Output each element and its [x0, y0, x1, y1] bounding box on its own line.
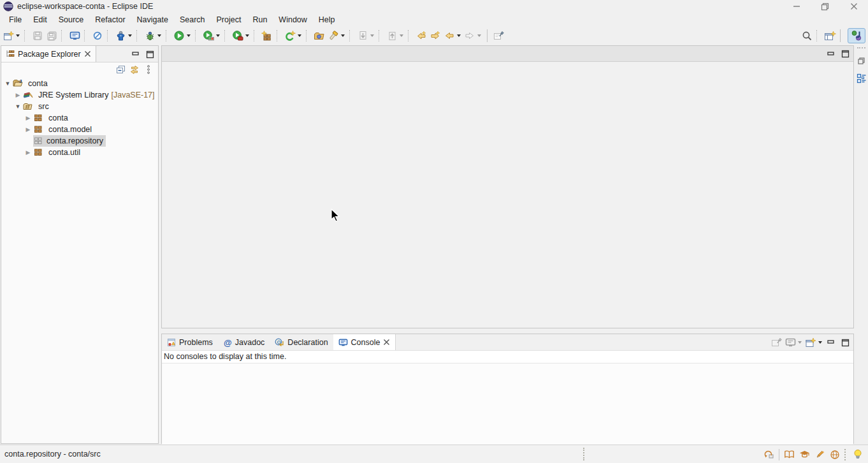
- display-selected-console-button[interactable]: [783, 335, 797, 349]
- view-menu-button[interactable]: [141, 62, 156, 77]
- open-perspective-button[interactable]: [823, 28, 837, 43]
- collapsed-twisty-icon[interactable]: ▶: [23, 115, 33, 121]
- link-with-editor-button[interactable]: [127, 62, 141, 77]
- previous-annotation-dropdown[interactable]: [400, 34, 403, 37]
- coverage-dropdown[interactable]: [216, 34, 220, 37]
- new-java-project-icon: [261, 31, 273, 41]
- tab-javadoc[interactable]: @ Javadoc: [218, 334, 270, 350]
- skip-breakpoints-button[interactable]: [90, 28, 105, 43]
- collapse-all-button[interactable]: [113, 62, 127, 77]
- save-button[interactable]: [31, 28, 45, 43]
- back-dropdown[interactable]: [457, 34, 461, 37]
- view-maximize-button[interactable]: [143, 47, 157, 61]
- console-minimize-button[interactable]: [824, 335, 838, 349]
- open-console-button-panel[interactable]: [804, 335, 818, 349]
- java-perspective-icon: [851, 30, 862, 41]
- tab-declaration[interactable]: Q Declaration: [270, 334, 333, 350]
- pin-console-button[interactable]: [769, 335, 783, 349]
- display-console-icon: [785, 337, 796, 348]
- new-java-project-button[interactable]: [260, 28, 274, 43]
- strip-grip[interactable]: [857, 47, 865, 51]
- menu-edit[interactable]: Edit: [27, 13, 53, 26]
- docs-book-button[interactable]: [781, 447, 797, 462]
- svg-text:@: @: [224, 338, 232, 347]
- run-button[interactable]: [172, 28, 186, 43]
- collapsed-twisty-icon[interactable]: ▶: [23, 149, 33, 156]
- tree-item-src[interactable]: ▼ src: [1, 101, 158, 112]
- last-edit-location-button[interactable]: [414, 28, 428, 43]
- external-tools-dropdown[interactable]: [245, 34, 249, 37]
- run-dropdown[interactable]: [187, 34, 191, 37]
- status-grip[interactable]: [583, 448, 584, 460]
- tree-item-conta-repository[interactable]: conta.repository: [1, 135, 158, 147]
- menu-source[interactable]: Source: [53, 13, 90, 26]
- new-wizard-dropdown[interactable]: [16, 34, 20, 37]
- window-minimize-button[interactable]: [782, 0, 811, 13]
- community-globe-button[interactable]: [827, 447, 843, 462]
- tree-item-conta-package[interactable]: ▶ conta: [1, 112, 158, 124]
- search-dropdown[interactable]: [341, 34, 345, 37]
- previous-annotation-button[interactable]: [385, 28, 399, 43]
- back-button[interactable]: [442, 28, 456, 43]
- pin-editor-button[interactable]: [491, 28, 505, 43]
- menu-refactor[interactable]: Refactor: [89, 13, 131, 26]
- open-console-button[interactable]: [68, 28, 82, 43]
- console-content[interactable]: [162, 364, 853, 445]
- tree-item-conta-model[interactable]: ▶ conta.model: [1, 124, 158, 135]
- tree-item-conta-util[interactable]: ▶ conta.util: [1, 147, 158, 158]
- menu-project[interactable]: Project: [211, 13, 247, 26]
- tree-item-conta-project[interactable]: ▼ J conta: [1, 78, 158, 89]
- tab-console[interactable]: Console: [333, 334, 396, 350]
- restore-views-button[interactable]: [855, 54, 868, 68]
- window-restore-button[interactable]: [811, 0, 839, 13]
- coverage-button[interactable]: [201, 28, 215, 43]
- notifications-button[interactable]: [850, 447, 865, 462]
- menu-help[interactable]: Help: [313, 13, 341, 26]
- next-edit-location-button[interactable]: [428, 28, 442, 43]
- menu-navigate[interactable]: Navigate: [131, 13, 174, 26]
- quick-access-search-button[interactable]: [800, 28, 814, 43]
- menu-run[interactable]: Run: [247, 13, 273, 26]
- editor-maximize-button[interactable]: [838, 47, 852, 61]
- new-java-class-dropdown[interactable]: [298, 34, 301, 37]
- tips-wand-button[interactable]: [812, 447, 827, 462]
- view-minimize-button[interactable]: [129, 47, 143, 61]
- forward-button[interactable]: [463, 28, 477, 43]
- console-maximize-button[interactable]: [838, 335, 852, 349]
- next-annotation-button[interactable]: [356, 28, 370, 43]
- save-all-button[interactable]: [45, 28, 59, 43]
- debug-button[interactable]: [143, 28, 157, 43]
- training-cap-button[interactable]: [797, 447, 812, 462]
- external-tools-button[interactable]: [231, 28, 245, 43]
- next-annotation-dropdown[interactable]: [370, 34, 374, 37]
- outline-view-button[interactable]: [855, 71, 868, 85]
- menu-window[interactable]: Window: [273, 13, 312, 26]
- close-tab-icon[interactable]: [383, 339, 390, 346]
- search-button[interactable]: [326, 28, 340, 43]
- expanded-twisty-icon[interactable]: ▼: [3, 80, 13, 87]
- editor-minimize-button[interactable]: [824, 47, 838, 61]
- open-console-dropdown[interactable]: [818, 341, 822, 344]
- window-close-button[interactable]: [839, 0, 868, 13]
- new-java-class-button[interactable]: [283, 28, 297, 43]
- collapsed-twisty-icon[interactable]: ▶: [13, 92, 23, 98]
- forward-dropdown[interactable]: [477, 34, 481, 37]
- tab-problems[interactable]: Problems: [162, 334, 218, 350]
- profile-button[interactable]: [113, 28, 127, 43]
- editor-empty-canvas[interactable]: [162, 62, 853, 328]
- menu-search[interactable]: Search: [174, 13, 211, 26]
- java-perspective-button[interactable]: [848, 28, 865, 43]
- restore-welcome-button[interactable]: [762, 447, 777, 462]
- new-wizard-button[interactable]: [1, 28, 15, 43]
- close-view-icon[interactable]: [84, 50, 91, 57]
- profile-dropdown[interactable]: [128, 34, 132, 37]
- package-explorer-tab[interactable]: Package Explorer: [1, 46, 96, 62]
- debug-bug-icon: [145, 31, 156, 41]
- expanded-twisty-icon[interactable]: ▼: [13, 103, 23, 110]
- debug-dropdown[interactable]: [157, 34, 161, 37]
- display-console-dropdown[interactable]: [798, 341, 802, 344]
- open-type-button[interactable]: [312, 28, 326, 43]
- collapsed-twisty-icon[interactable]: ▶: [23, 126, 33, 133]
- menu-file[interactable]: File: [3, 13, 27, 26]
- tree-item-jre-library[interactable]: ▶ JRE System Library [JavaSE-17]: [1, 89, 158, 101]
